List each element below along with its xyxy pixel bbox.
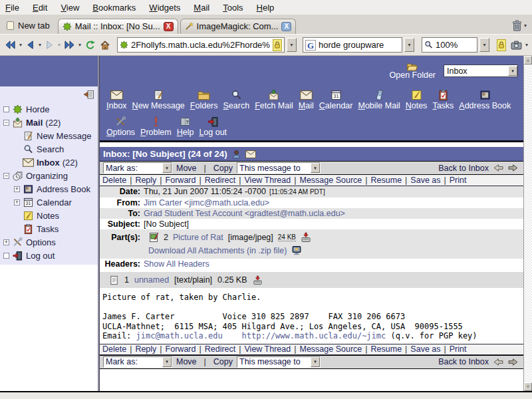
collapse-panel-icon[interactable] (83, 90, 94, 99)
redirect-link[interactable]: Redirect (205, 344, 236, 354)
open-folder-button[interactable]: Open Folder (390, 62, 436, 80)
forward-link[interactable]: Forward (166, 176, 196, 185)
menu-edit[interactable]: Edit (33, 3, 47, 13)
security-button[interactable] (495, 39, 507, 52)
archive-page-button[interactable] (509, 40, 523, 51)
back-to-inbox-link[interactable]: Back to Inbox (438, 357, 489, 366)
mark-as-select[interactable]: Mark as: (103, 162, 172, 174)
mark-as-select[interactable]: Mark as: (103, 356, 172, 368)
tab-imagemagick[interactable]: ImageMagick: Com... (180, 19, 297, 34)
move-link[interactable]: Move (176, 357, 197, 366)
toolbar-item-calendar[interactable]: Calendar (317, 90, 356, 110)
toolbar-item-tasks[interactable]: Tasks (430, 90, 456, 110)
toolbar-item-folders[interactable]: Folders (188, 90, 221, 110)
print-link[interactable]: Print (450, 176, 467, 185)
save-as-link[interactable]: Save as (410, 344, 440, 354)
email-link[interactable]: jimc@math.ucla.edu (136, 331, 223, 340)
forward-history-button[interactable] (63, 39, 76, 51)
toolbar-item-options[interactable]: Options (104, 116, 138, 137)
url-dropdown-button[interactable] (287, 38, 297, 52)
reload-button[interactable] (83, 39, 96, 51)
to-address-link[interactable]: Grad Student Test Account <gradtest@math… (144, 208, 345, 219)
toolbar-item-log-out[interactable]: Log out (196, 116, 229, 137)
menu-view[interactable]: View (61, 3, 79, 13)
from-address-link[interactable]: Jim Carter <jimc@math.ucla.edu> (144, 198, 269, 208)
back-history-button[interactable] (3, 39, 17, 51)
message-source-link[interactable]: Message Source (299, 344, 362, 354)
sidebar-item-new-message[interactable]: New Message (14, 129, 96, 142)
back-dropdown[interactable] (39, 42, 41, 48)
previous-message-icon[interactable] (493, 164, 504, 172)
reply-link[interactable]: Reply (135, 344, 156, 354)
tree-expand-icon[interactable] (3, 239, 9, 245)
back-history-dropdown[interactable] (19, 42, 22, 48)
attachment-name-link[interactable]: unnamed (134, 275, 169, 285)
next-message-icon[interactable] (507, 358, 519, 366)
folder-select[interactable]: Inbox (444, 65, 518, 77)
sidebar-item-search[interactable]: Search (14, 142, 96, 156)
forward-button[interactable] (43, 39, 56, 51)
vertical-scrollbar[interactable] (523, 56, 532, 391)
menu-help[interactable]: Help (257, 3, 275, 13)
print-link[interactable]: Print (450, 344, 467, 354)
image-attachment-icon[interactable] (148, 232, 159, 243)
save-as-link[interactable]: Save as (410, 176, 440, 185)
delete-link[interactable]: Delete (102, 344, 126, 354)
message-to-select[interactable]: This message to (237, 356, 321, 368)
toolbar-overflow-dropdown[interactable] (525, 42, 528, 48)
zip-download-icon[interactable] (291, 245, 302, 256)
toolbar-item-fetch-mail[interactable]: Fetch Mail (252, 90, 296, 110)
menu-tools[interactable]: Tools (223, 3, 243, 13)
toolbar-item-new-message[interactable]: New Message (130, 90, 188, 110)
search-bar[interactable]: G horde groupware (303, 37, 402, 53)
sidebar-item-organizing[interactable]: Organizing (3, 169, 96, 182)
sidebar-item-calendar[interactable]: Calendar (14, 196, 96, 209)
scroll-up-icon[interactable] (524, 56, 532, 65)
sidebar-item-horde[interactable]: Horde (3, 102, 96, 116)
menu-bookmarks[interactable]: Bookmarks (92, 3, 136, 13)
homepage-link[interactable]: http://www.math.ucla.edu/~jimc (242, 331, 386, 340)
message-source-link[interactable]: Message Source (299, 176, 362, 185)
toolbar-item-problem[interactable]: Problem (138, 116, 174, 137)
sidebar-item-inbox[interactable]: Inbox (22) (14, 156, 96, 169)
part-name-link[interactable]: Picture of Rat (173, 233, 223, 242)
back-button[interactable] (24, 39, 37, 51)
new-tab-button[interactable]: New tab (3, 19, 58, 34)
scroll-down-icon[interactable] (524, 382, 532, 391)
copy-link[interactable]: Copy (213, 357, 233, 366)
download-all-attachments-link[interactable]: Download All Attachments (in .zip file) (148, 246, 287, 255)
forward-history-dropdown[interactable] (78, 42, 81, 48)
chevron-down-icon[interactable] (524, 23, 527, 29)
resume-link[interactable]: Resume (371, 176, 402, 185)
sidebar-item-options[interactable]: Options (3, 235, 96, 249)
tree-expander[interactable] (3, 253, 9, 259)
menu-mail[interactable]: Mail (194, 3, 209, 13)
url-bar[interactable]: 2Fhollyfs.math.ucla.edu%2Fhorde%2F (117, 37, 285, 53)
sidebar-item-notes[interactable]: Notes (14, 209, 96, 222)
sidebar-item-address-book[interactable]: Address Book (14, 182, 96, 196)
download-attachment-icon[interactable] (253, 275, 263, 285)
tree-expander[interactable] (3, 106, 9, 112)
search-dropdown-button[interactable] (404, 38, 414, 52)
toolbar-item-notes[interactable]: Notes (403, 90, 430, 110)
close-tab-icon[interactable] (281, 22, 291, 31)
toolbar-item-mobile-mail[interactable]: Mobile Mail (355, 90, 402, 110)
move-link[interactable]: Move (176, 164, 197, 173)
tree-expand-icon[interactable] (14, 186, 20, 192)
redirect-link[interactable]: Redirect (205, 176, 236, 185)
delete-link[interactable]: Delete (102, 176, 126, 185)
toolbar-item-inbox[interactable]: Inbox (104, 90, 130, 110)
zoom-control[interactable]: 100% (422, 37, 477, 53)
reply-link[interactable]: Reply (135, 176, 156, 185)
tab-mail-inbox[interactable]: Mail :: Inbox: [No Su... (58, 19, 178, 34)
sidebar-item-mail[interactable]: Mail (22) (3, 116, 96, 129)
home-button[interactable] (98, 39, 112, 51)
menu-widgets[interactable]: Widgets (149, 3, 180, 13)
close-tab-icon[interactable] (164, 22, 174, 31)
toolbar-item-search[interactable]: Search (221, 90, 253, 110)
tree-expand-icon[interactable] (14, 200, 20, 205)
sidebar-item-tasks[interactable]: Tasks (14, 222, 96, 235)
next-message-icon[interactable] (507, 164, 519, 172)
message-to-select[interactable]: This message to (237, 162, 321, 174)
toolbar-item-address-book[interactable]: Address Book (456, 90, 513, 110)
